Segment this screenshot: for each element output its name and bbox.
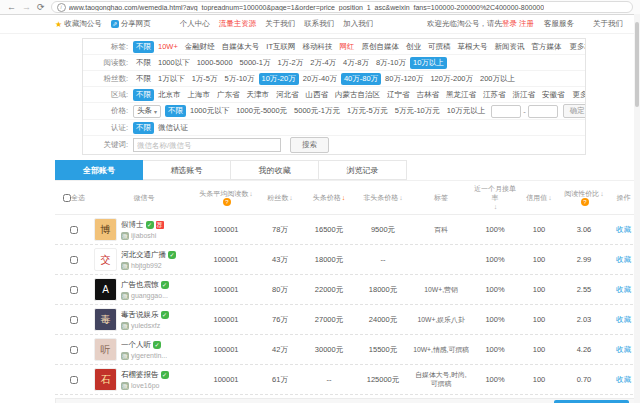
keyword-input[interactable] (133, 138, 281, 152)
filter-option[interactable]: 1000以下 (155, 57, 193, 69)
topnav-item[interactable]: 关于我们 (265, 19, 295, 29)
topnav-item[interactable]: 加入我们 (343, 19, 373, 29)
filter-option[interactable]: 山西省 (303, 89, 332, 101)
filter-option[interactable]: 吉林省 (414, 89, 443, 101)
tab-item[interactable]: 精选账号 (143, 160, 231, 180)
filter-option[interactable]: 上海市 (185, 89, 214, 101)
price-type-select[interactable]: 头条▾ (133, 105, 161, 118)
sort-icon[interactable]: ↓ (600, 189, 604, 198)
account-cell[interactable]: 交河北交通广播✓微hbjtgb992 (93, 248, 195, 271)
sort-icon[interactable]: ↓ (342, 193, 346, 202)
tab-item[interactable]: 我的收藏 (231, 160, 319, 180)
filter-option[interactable]: 微信认证 (155, 122, 191, 134)
favorite-link[interactable]: 收藏 (616, 375, 631, 384)
search-button[interactable]: 搜索 (290, 137, 329, 153)
back-icon[interactable]: ← (7, 3, 16, 12)
filter-option[interactable]: IT互联网 (263, 41, 298, 53)
topnav-item[interactable]: ★收藏淘公号 (55, 19, 102, 29)
filter-option[interactable]: 辽宁省 (384, 89, 413, 101)
filter-option[interactable]: 10万以上 (410, 57, 447, 69)
favorite-link[interactable]: 收藏 (616, 345, 631, 354)
info-icon[interactable]: i (57, 3, 66, 12)
price-confirm-button[interactable]: 确定 (563, 104, 585, 118)
topnav-link[interactable]: 客服服务 (544, 19, 574, 29)
account-cell[interactable]: 毒毒舌说娱乐✓微yuledsxfz (93, 308, 195, 331)
filter-option[interactable]: 80万-120万 (382, 73, 426, 85)
filter-option[interactable]: 天津市 (244, 89, 273, 101)
topnav-link[interactable]: 关于我们 (593, 19, 623, 29)
filter-option[interactable]: 不限 (165, 105, 186, 117)
scrollbar-thumb[interactable] (635, 22, 639, 107)
price-max-input[interactable] (528, 105, 558, 118)
forward-icon[interactable]: → (22, 3, 31, 12)
filter-option[interactable]: 黑龙江省 (443, 89, 479, 101)
column-header[interactable]: 粉丝数↓ (257, 193, 303, 202)
favorite-link[interactable]: 收藏 (616, 255, 631, 264)
column-header[interactable]: 头条价格↓ (303, 193, 355, 202)
filter-option[interactable]: 不限 (133, 122, 154, 134)
login-link[interactable]: 登录 (502, 19, 517, 28)
account-cell[interactable]: A广告也震惊✓微guanggao... (93, 278, 195, 301)
filter-option[interactable]: 40万-80万 (341, 73, 381, 85)
filter-option[interactable]: 网红 (336, 41, 357, 53)
filter-option[interactable]: 广东省 (214, 89, 243, 101)
filter-option[interactable]: 官方媒体 (528, 41, 564, 53)
scrollbar[interactable] (634, 14, 640, 403)
filter-option[interactable]: 1000元以下 (187, 105, 232, 117)
account-cell[interactable]: 听一个人听✓微yigerentin... (93, 338, 195, 361)
filter-option[interactable]: 新闻资讯 (491, 41, 527, 53)
filter-option[interactable]: 江苏省 (480, 89, 509, 101)
filter-option[interactable]: 北京市 (155, 89, 184, 101)
more-toggle[interactable]: 更多标签↓ (565, 42, 585, 52)
select-all-checkbox[interactable] (63, 194, 71, 202)
filter-option[interactable]: 10W+ (155, 41, 181, 52)
favorite-link[interactable]: 收藏 (616, 285, 631, 294)
filter-option[interactable]: 浙江省 (510, 89, 539, 101)
refresh-icon[interactable]: ⟳ (37, 3, 45, 12)
filter-option[interactable]: 1000元-5000元 (233, 105, 290, 117)
filter-option[interactable]: 河北省 (273, 89, 302, 101)
column-header[interactable]: 阅读性价比↓? (559, 189, 609, 206)
column-header[interactable]: 非头条价格↓ (355, 193, 411, 202)
account-cell[interactable]: 石石榴婆报告✓微love16po (93, 368, 195, 391)
filter-option[interactable]: 不限 (133, 57, 154, 69)
filter-option[interactable]: 自媒体大号 (219, 41, 263, 53)
filter-option[interactable]: 200万以上 (477, 73, 518, 85)
filter-option[interactable]: 5万-10万 (222, 73, 258, 85)
sort-icon[interactable]: ↓ (399, 193, 403, 202)
filter-option[interactable]: 1万-2万 (274, 57, 306, 69)
filter-option[interactable]: 草根大号 (454, 41, 490, 53)
row-checkbox[interactable] (70, 346, 78, 354)
favorite-link[interactable]: 收藏 (616, 225, 631, 234)
filter-option[interactable]: 4万-8万 (340, 57, 372, 69)
filter-option[interactable]: 1万元-5万元 (344, 105, 391, 117)
register-link[interactable]: 注册 (519, 19, 534, 28)
filter-option[interactable]: 移动科技 (299, 41, 335, 53)
filter-option[interactable]: 内蒙古自治区 (332, 89, 383, 101)
address-bar[interactable]: i www.taogonghao.com/wemedia.html?avg_to… (51, 1, 633, 13)
filter-option[interactable]: 2万-4万 (307, 57, 339, 69)
filter-option[interactable]: 5万元-10万元 (392, 105, 443, 117)
filter-option[interactable]: 1万-5万 (189, 73, 221, 85)
filter-option[interactable]: 不限 (133, 89, 154, 101)
filter-option[interactable]: 创业 (403, 41, 424, 53)
filter-option[interactable]: 10万-20万 (259, 73, 299, 85)
filter-option[interactable]: 可撰稿 (425, 41, 454, 53)
account-cell[interactable]: 博假博士✓荐微ijiaboshi (93, 218, 195, 241)
sort-icon[interactable]: ↓ (289, 193, 293, 202)
row-checkbox[interactable] (70, 376, 78, 384)
filter-option[interactable]: 120万-200万 (427, 73, 476, 85)
filter-option[interactable]: 1万以下 (155, 73, 188, 85)
favorite-link[interactable]: 收藏 (616, 315, 631, 324)
row-checkbox[interactable] (70, 286, 78, 294)
sort-icon[interactable]: ↓ (249, 189, 253, 198)
price-min-input[interactable] (491, 105, 521, 118)
sort-icon[interactable]: ↓ (494, 202, 498, 211)
more-toggle[interactable]: 更多区域↓ (569, 90, 586, 100)
filter-option[interactable]: 10万元以上 (444, 105, 488, 117)
help-icon[interactable]: ? (581, 198, 589, 206)
filter-option[interactable]: 5000元-1万元 (291, 105, 343, 117)
column-header[interactable]: 近一个月接单率↓ (471, 184, 519, 211)
topnav-item[interactable]: 个人中心 (180, 19, 210, 29)
row-checkbox[interactable] (70, 226, 78, 234)
